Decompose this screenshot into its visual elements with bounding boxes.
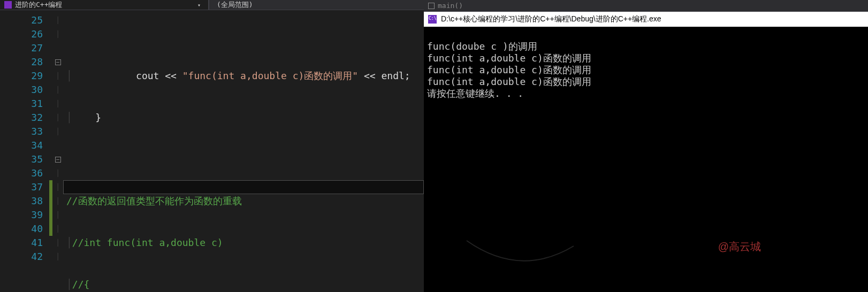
line-number-gutter: 252627 282930 313233 343536 373839 40414… [0, 10, 49, 292]
console-line: func(int a,double c)函数的调用 [427, 52, 591, 64]
scope-label: (全局范围) [217, 0, 253, 10]
fold-toggle-icon[interactable]: − [55, 157, 61, 163]
current-line-highlight [63, 180, 424, 194]
decorative-swoosh [461, 230, 579, 273]
editor-pane: 进阶的C++编程 ▾ (全局范围) 252627 282930 313233 3… [0, 0, 424, 292]
file-tab[interactable]: 进阶的C++编程 ▾ [0, 0, 209, 10]
right-pane: main() D:\c++核心编程的学习\进阶的C++编程\Debug\进阶的C… [424, 0, 868, 292]
editor-tab-bar: 进阶的C++编程 ▾ (全局范围) [0, 0, 424, 10]
file-tab-label: 进阶的C++编程 [15, 0, 62, 10]
peek-function-label: main() [438, 2, 463, 10]
console-line: func(int a,double c)函数的调用 [427, 76, 591, 87]
fold-gutter: ││ − │││ ││ − │││ │││ │ [52, 10, 63, 292]
console-line: 请按任意键继续. . . [427, 88, 523, 99]
scope-dropdown[interactable]: (全局范围) [209, 0, 424, 10]
function-icon [428, 3, 435, 9]
console-output[interactable]: func(doube c )的调用 func(int a,double c)函数… [424, 27, 868, 292]
console-exe-icon [428, 15, 437, 24]
console-title-text: D:\c++核心编程的学习\进阶的C++编程\Debug\进阶的C++编程.ex… [441, 14, 661, 24]
cpp-file-icon [4, 1, 12, 9]
console-line: func(doube c )的调用 [427, 41, 537, 52]
code-area[interactable]: │ cout << "func(int a,double c)函数的调用" <<… [63, 10, 424, 292]
code-editor[interactable]: 252627 282930 313233 343536 373839 40414… [0, 10, 424, 292]
root: 进阶的C++编程 ▾ (全局范围) 252627 282930 313233 3… [0, 0, 868, 292]
chevron-down-icon[interactable]: ▾ [194, 2, 204, 8]
fold-toggle-icon[interactable]: − [55, 59, 61, 65]
console-title-bar[interactable]: D:\c++核心编程的学习\进阶的C++编程\Debug\进阶的C++编程.ex… [424, 12, 868, 27]
watermark-text: @高云城 [718, 241, 761, 252]
console-line: func(int a,double c)函数的调用 [427, 64, 591, 75]
peek-function-tab[interactable]: main() [424, 0, 868, 12]
